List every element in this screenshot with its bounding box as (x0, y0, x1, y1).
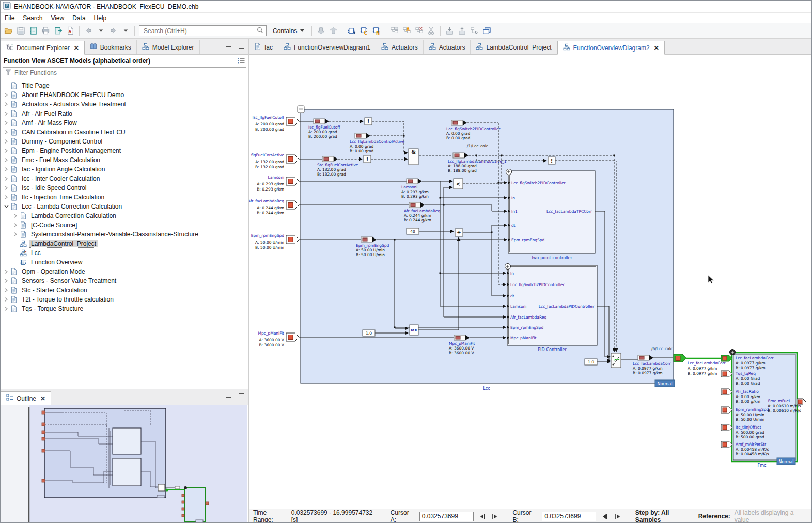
tree-collapsed-icon[interactable] (3, 194, 10, 201)
input-port-Mpc_pManiFit[interactable]: Mpc_pManiFitA: 3600.00 VB: 3600.00 V (258, 331, 299, 347)
tree-collapsed-icon[interactable] (3, 147, 10, 154)
tree-item-lambdacontrol-project[interactable]: LambdaControl_Project (1, 239, 248, 248)
instrument-numeric-icon[interactable]: N (370, 25, 382, 37)
export-icon[interactable] (52, 25, 64, 37)
tree-item-about-ehandbook-flexecu-demo[interactable]: About EHANDBOOK FlexECU Demo (1, 90, 248, 100)
menu-view[interactable]: View (46, 14, 68, 22)
menu-search[interactable]: Search (19, 14, 46, 22)
diagram-canvas[interactable]: LccNormalIsc_flgFuelCutoffA: 200.00 grad… (249, 55, 811, 509)
instrument-add-icon[interactable] (346, 25, 357, 37)
tree-item-isc-idle-speed-control[interactable]: Isc - Idle Speed Control (1, 183, 248, 193)
editor-tab-functionoverviewdiagram2[interactable]: FunctionOverviewDiagram2✕ (557, 41, 665, 55)
tree-item--c-code-source-[interactable]: [C-Code Source] (1, 220, 248, 230)
tree-collapsed-icon[interactable] (3, 287, 10, 294)
tree-collapsed-icon[interactable] (3, 138, 10, 145)
tree-item-dummy-component-control[interactable]: Dummy - Component Control (1, 137, 248, 146)
minimize-icon[interactable] (226, 43, 231, 47)
journal-icon[interactable] (27, 25, 39, 37)
tree-collapsed-icon[interactable] (3, 156, 10, 164)
editor-tab-functionoverviewdiagram1[interactable]: FunctionOverviewDiagram1 (278, 40, 376, 54)
diagram-cut-icon[interactable] (426, 25, 437, 37)
constant-1.0[interactable]: 1.0 (585, 359, 597, 365)
tree-item-title-page[interactable]: Title Page (1, 81, 248, 90)
tree-item-sensors-sensor-value-treatment[interactable]: Sensors - Sensor Value Treatment (1, 276, 248, 286)
tree-collapsed-icon[interactable] (3, 184, 10, 192)
input-port-Lamsoni[interactable]: LamsoniA: 0.293 g/kmB: 0.293 g/km (257, 175, 299, 192)
operator-block-<[interactable]: < (454, 179, 463, 189)
view-menu-icon[interactable] (237, 57, 245, 66)
tree-collapsed-icon[interactable] (3, 129, 10, 136)
editor-tab-lambdacontrol_project[interactable]: LambdaControl_Project (471, 40, 557, 54)
input-port-Stc_flgFuelCorrActive[interactable]: Stc_flgFuelCorrActiveA: 132.00 gradB: 13… (249, 153, 299, 169)
operator-block-![interactable]: ! (548, 157, 555, 164)
fmc-block[interactable]: Lcc_facLambdaCorrA: 0.0977 g/kmB: 0.0977… (721, 350, 806, 468)
tree-collapsed-icon[interactable] (3, 166, 10, 173)
fmc-input-port-Tqs_tqReq[interactable]: Tqs_tqReqA: 0.00 GradB: 0.00 Grad (721, 371, 760, 386)
export-up-icon[interactable] (456, 25, 467, 37)
operator-block-![interactable]: ! (365, 118, 372, 125)
diagram-annotate-icon[interactable]: A (401, 25, 412, 37)
tree-item-t2t-torque-to-throttle-calculation[interactable]: T2t - Torque to throttle calculation (1, 295, 248, 304)
outline-thumbnail[interactable] (1, 405, 248, 523)
cursor-b-input[interactable] (542, 512, 596, 521)
constant-40[interactable]: 40 (407, 228, 419, 234)
input-port-Isc_flgFuelCutoff[interactable]: Isc_flgFuelCutoffA: 200.00 gradB: 200.00… (252, 115, 299, 132)
close-icon[interactable]: ✕ (74, 44, 79, 52)
menu-help[interactable]: Help (90, 14, 111, 22)
cursor-b-prev-button[interactable] (600, 512, 609, 521)
filter-functions-input[interactable] (13, 69, 244, 77)
tree-item-systemconstant-parameter-variable-classi[interactable]: Systemconstant-Parameter-Variable-Classi… (1, 230, 248, 239)
tree-item-amf-air-mass-flow[interactable]: Amf - Air Mass Flow (1, 118, 248, 128)
tree-item-can-calibration-in-gasoline-flexecu[interactable]: CAN Calibration in Gasoline FlexECU (1, 128, 248, 137)
tree-expanded-icon[interactable] (3, 203, 10, 210)
cursor-a-input[interactable] (419, 512, 474, 521)
pdf-icon[interactable]: A (65, 25, 76, 37)
cursor-a-next-button[interactable] (491, 512, 499, 521)
minimize-icon[interactable] (226, 393, 231, 398)
search-mode-dropdown[interactable]: Contains (269, 27, 308, 35)
operator-block-&[interactable]: & (409, 149, 418, 165)
save-icon[interactable] (15, 25, 26, 37)
back-icon[interactable] (83, 25, 94, 37)
tree-item-opm-operation-mode[interactable]: Opm - Operation Mode (1, 267, 248, 276)
fmc-input-port-Afr_facRatio[interactable]: Afr_facRatioA: 0.00 g/kmB: 0.00 g/km (721, 389, 760, 404)
tree-collapsed-icon[interactable] (3, 305, 10, 312)
fmc-input-port-Amf_mAirPerStr[interactable]: Amf_mAirPerStrA: 0.00458 m/K/sB: 0.00458… (721, 441, 769, 456)
caret-icon[interactable] (95, 25, 106, 37)
tree-item-stc-starter-calculation[interactable]: Stc - Starter Calculation (1, 286, 248, 295)
cursor-a-prev-button[interactable] (478, 512, 487, 521)
cursor-b-next-button[interactable] (614, 512, 622, 521)
open-icon[interactable] (3, 25, 14, 37)
tree-collapsed-icon[interactable] (3, 119, 10, 126)
editor-tab-iac[interactable]: Iac (249, 40, 278, 54)
tree-item-actuators-actuators-value-treatment[interactable]: Actuators - Actuators Value Treatment (1, 100, 248, 109)
tab-document-explorer[interactable]: Document Explorer✕ (1, 41, 85, 55)
import-icon[interactable] (444, 25, 455, 37)
input-port-Epm_rpmEngSpd[interactable]: Epm_rpmEngSpdA: 50.00 U/minB: 50.00 U/mi… (251, 233, 299, 250)
scroll-down-icon[interactable] (315, 25, 326, 37)
constant-1.0[interactable]: 1.0 (363, 330, 375, 336)
tree-item-lcc[interactable]: cLcc (1, 248, 248, 258)
lcc-output-port[interactable] (674, 354, 686, 362)
tree-collapsed-icon[interactable] (3, 268, 10, 275)
tree-collapsed-icon[interactable] (3, 110, 10, 117)
tree-item-lcc-lambda-correction-calculation[interactable]: Lcc - Lambda Correction Calculation (1, 202, 248, 211)
tree-item-epm-engine-position-management[interactable]: Epm - Engine Position Management (1, 146, 248, 155)
fmc-input-port-Epm_rpmEngSpd[interactable]: Epm_rpmEngSpdA: 50.00 U/minB: 50.00 U/mi… (721, 407, 769, 422)
tree-collapsed-icon[interactable] (3, 101, 10, 108)
close-icon[interactable]: ✕ (40, 395, 45, 402)
tree-collapsed-icon[interactable] (3, 175, 10, 182)
forward-icon[interactable] (107, 25, 119, 37)
tree-collapsed-icon[interactable] (3, 296, 10, 303)
operator-block-÷[interactable]: ÷ (455, 229, 463, 236)
diagram-tools-icon[interactable] (469, 25, 480, 37)
tree-item-tqs-torque-structure[interactable]: Tqs - Torque Structure (1, 304, 248, 313)
fmc-input-port-Itc_tiInjOffset[interactable]: Itc_tiInjOffsetA: 500.00 gradB: 500.00 g… (721, 424, 764, 439)
window-layout-icon[interactable] (481, 25, 492, 37)
search-input[interactable] (143, 27, 255, 35)
tree-collapsed-icon[interactable] (12, 212, 19, 219)
tree-item-itc-injection-time-calculation[interactable]: Itc - Injection Time Calculation (1, 193, 248, 202)
tree-item-lambda-correction-calculation[interactable]: Lambda Correction Calculation (1, 211, 248, 220)
operator-block-MX[interactable]: MX (410, 325, 418, 335)
tree-collapsed-icon[interactable] (12, 231, 19, 238)
